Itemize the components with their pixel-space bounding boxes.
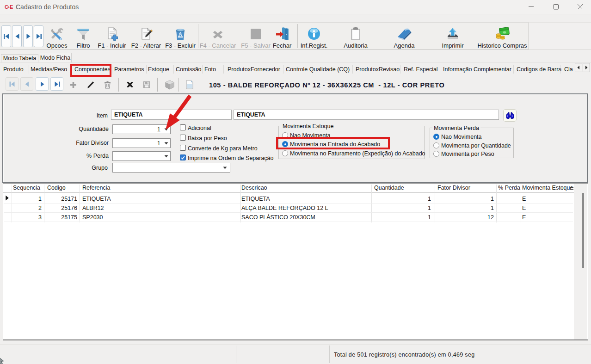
svg-text:E: E bbox=[10, 4, 13, 10]
